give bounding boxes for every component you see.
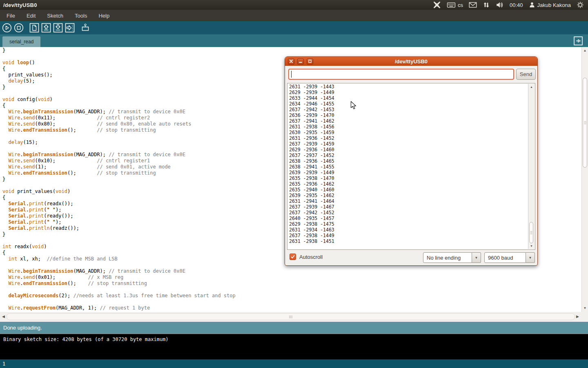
status-message: Done uploading. <box>3 325 42 331</box>
serial-line: 2631 -2938 -1456 <box>289 124 334 130</box>
serial-line: 2639 -2939 -1449 <box>289 170 334 175</box>
verify-button[interactable] <box>2 23 12 33</box>
serial-line: 2629 -2938 -1475 <box>289 221 334 227</box>
serial-monitor-button[interactable] <box>80 23 90 33</box>
serial-output-area[interactable]: 2631 -2939 -14432629 -2939 -14492633 -29… <box>287 83 535 250</box>
send-button-label: Send <box>520 71 532 77</box>
autoscroll-label: Autoscroll <box>299 254 323 260</box>
open-sketch-button[interactable] <box>41 23 51 33</box>
menu-file[interactable]: File <box>1 11 21 21</box>
menu-help[interactable]: Help <box>93 11 115 21</box>
code-line: Wire.endTransmission(); // stop transmit… <box>2 280 236 287</box>
window-title: /dev/ttyUSB0 <box>3 2 37 8</box>
user-icon <box>529 2 535 8</box>
mail-icon <box>469 2 477 8</box>
editor-hscroll-thumb[interactable] <box>7 313 575 320</box>
serial-line: 2634 -2946 -1455 <box>289 101 334 107</box>
tray-pinwheel[interactable] <box>433 1 441 9</box>
status-bar: Done uploading. <box>0 322 588 334</box>
code-line: delay(15); <box>2 139 236 146</box>
line-ending-dropdown-button[interactable]: ▼ <box>472 252 481 263</box>
serial-monitor-titlebar[interactable]: /dev/ttyUSB0 <box>285 57 537 66</box>
open-up-arrow-icon <box>41 23 51 33</box>
serial-line: 2631 -2936 -1452 <box>289 135 334 141</box>
serial-vscroll-thumb[interactable] <box>529 222 533 243</box>
serial-line: 2636 -2939 -1470 <box>289 112 334 118</box>
line-ending-select[interactable]: No line ending <box>423 252 472 263</box>
menu-edit[interactable]: Edit <box>21 11 41 21</box>
line-number-bar: 1 <box>0 359 588 368</box>
serial-vertical-scrollbar[interactable]: ▲ ▼ <box>528 84 535 249</box>
editor-horizontal-scrollbar[interactable]: ◀ ▶ <box>0 312 588 322</box>
new-sketch-button[interactable] <box>29 23 39 33</box>
code-line: Wire.send(0x01); // x MSB reg <box>2 274 236 280</box>
baud-rate-dropdown-button[interactable]: ▼ <box>526 252 535 263</box>
play-circle-icon <box>2 23 12 33</box>
code-line: print_values(); <box>2 72 236 78</box>
send-button[interactable]: Send <box>516 69 536 80</box>
tray-clock[interactable]: 00:40 <box>510 2 523 8</box>
tray-session-user-label: Jakub Kakona <box>537 2 571 8</box>
upload-button[interactable] <box>65 23 75 33</box>
code-line: Serial.print(ready()); <box>2 213 236 219</box>
code-line <box>2 182 236 188</box>
tray-session-gear[interactable] <box>577 1 584 9</box>
code-line: Wire.send(1); // send 0x01, active mode <box>2 164 236 170</box>
code-line <box>2 54 236 60</box>
serial-line: 2637 -2939 -1459 <box>289 141 334 147</box>
serial-line: 2631 -2938 -1451 <box>289 238 334 244</box>
minimize-button[interactable] <box>297 58 304 65</box>
tray-network[interactable] <box>483 1 490 9</box>
code-line <box>2 133 236 139</box>
close-button[interactable] <box>288 58 294 65</box>
line-ending-value: No line ending <box>427 255 461 261</box>
tray-keyboard-layout[interactable]: cs <box>447 1 463 9</box>
tray-clock-label: 00:40 <box>510 2 523 8</box>
maximize-button[interactable] <box>307 58 313 65</box>
scroll-up-icon[interactable]: ▲ <box>582 49 588 53</box>
code-line: Serial.print(" "); <box>2 219 236 225</box>
code-line: delay(5); <box>2 78 236 84</box>
network-arrows-icon <box>483 1 490 9</box>
scroll-left-icon[interactable]: ◀ <box>2 314 5 319</box>
scroll-right-icon[interactable]: ▶ <box>576 314 579 319</box>
serial-line: 2637 -2937 -1452 <box>289 153 334 158</box>
build-console: Binary sketch size: 4208 bytes (of a 307… <box>0 334 588 359</box>
editor-vscroll-thumb[interactable] <box>583 78 587 168</box>
scroll-up-icon[interactable]: ▲ <box>528 85 535 89</box>
menu-tools[interactable]: Tools <box>69 11 93 21</box>
serial-send-input[interactable] <box>288 69 514 80</box>
save-sketch-button[interactable] <box>53 23 63 33</box>
stop-circle-icon <box>14 23 24 33</box>
thumb-grip <box>290 315 292 318</box>
tab-serial-read[interactable]: serial_read <box>2 36 40 47</box>
chevron-down-icon: ▼ <box>529 256 532 260</box>
scroll-down-icon[interactable]: ▼ <box>582 306 588 310</box>
thumb-grip <box>530 231 532 234</box>
tab-menu-button[interactable] <box>574 36 583 45</box>
serial-line: 2631 -2939 -1443 <box>289 84 334 90</box>
stop-button[interactable] <box>14 23 24 33</box>
save-down-arrow-icon <box>53 23 63 33</box>
autoscroll-checkbox[interactable] <box>290 254 296 260</box>
code-line: Wire.send(0x11); // cntrl register2 <box>2 115 236 121</box>
scroll-down-icon[interactable]: ▼ <box>528 244 535 248</box>
code-line: { <box>2 66 236 72</box>
baud-rate-select[interactable]: 9600 baud <box>484 252 526 263</box>
code-line: Wire.endTransmission(); // stop transmit… <box>2 170 236 176</box>
maximize-icon <box>308 59 312 63</box>
serial-line: 2635 -2936 -1462 <box>289 181 334 187</box>
tray-mail[interactable] <box>469 2 477 8</box>
serial-monitor-title: /dev/ttyUSB0 <box>285 58 537 65</box>
code-line <box>2 299 236 305</box>
tray-keyboard-layout-label: cs <box>458 2 463 8</box>
tray-session-user[interactable]: Jakub Kakona <box>529 2 571 8</box>
serial-line: 2631 -2941 -1464 <box>289 198 334 204</box>
editor-vertical-scrollbar[interactable]: ▲ ▼ <box>581 47 588 312</box>
menu-sketch[interactable]: Sketch <box>41 11 69 21</box>
serial-line: 2629 -2936 -1460 <box>289 147 334 153</box>
tray-volume[interactable] <box>496 1 504 9</box>
code-line: } <box>2 176 236 182</box>
top-panel: /dev/ttyUSB0 cs00:40Jakub Kakona <box>0 0 588 10</box>
serial-line: 2638 -2941 -1455 <box>289 164 334 170</box>
